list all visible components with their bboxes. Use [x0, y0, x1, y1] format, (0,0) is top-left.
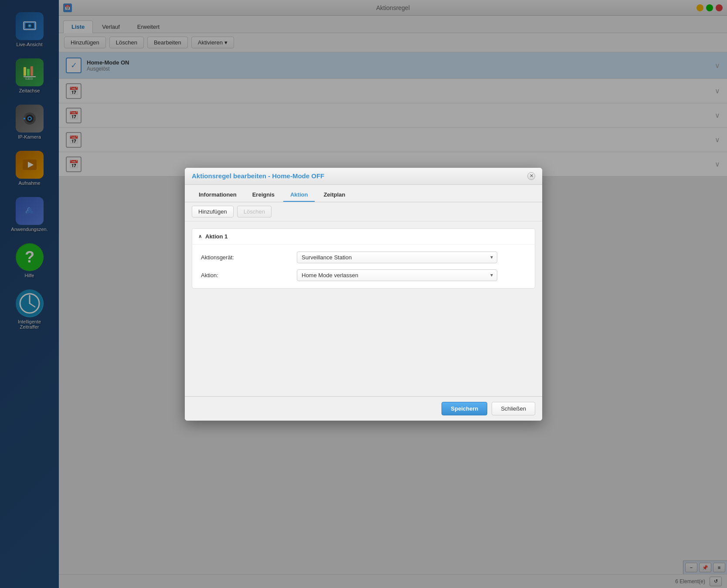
desktop: Live-Ansicht 0203 Zeitachse IP-Kamera Au… [0, 0, 727, 588]
modal-tab-zeitplan[interactable]: Zeitplan [316, 188, 352, 202]
modal-delete-button[interactable]: Löschen [237, 206, 272, 218]
modal-tab-navigation: Informationen Ereignis Aktion Zeitplan [185, 185, 542, 202]
aktionsgeraet-select[interactable]: Surveillance Station [297, 252, 497, 263]
action-section: ∧ Aktion 1 Aktionsgerät: Surveillance St… [192, 228, 535, 289]
modal-content: ∧ Aktion 1 Aktionsgerät: Surveillance St… [185, 221, 542, 396]
form-row-aktion: Aktion: Home Mode verlassen ▾ [201, 269, 526, 281]
save-button[interactable]: Speichern [442, 402, 487, 415]
action-title: Aktion 1 [205, 233, 228, 240]
form-row-aktionsgeraet: Aktionsgerät: Surveillance Station ▾ [201, 252, 526, 263]
modal-close-button[interactable]: ✕ [527, 172, 535, 180]
modal-tab-ereignis[interactable]: Ereignis [245, 188, 282, 202]
modal-tab-aktion[interactable]: Aktion [283, 188, 315, 202]
action-header: ∧ Aktion 1 [192, 229, 535, 245]
collapse-icon: ∧ [198, 234, 202, 239]
aktion-select-wrapper: Home Mode verlassen ▾ [297, 269, 526, 281]
modal-title-bar: Aktionsregel bearbeiten - Home-Mode OFF … [185, 168, 542, 185]
close-button-footer[interactable]: Schließen [492, 402, 535, 415]
modal-overlay: Aktionsregel bearbeiten - Home-Mode OFF … [0, 0, 727, 588]
modal-dialog: Aktionsregel bearbeiten - Home-Mode OFF … [185, 168, 542, 421]
aktionsgeraet-select-wrapper: Surveillance Station ▾ [297, 252, 526, 263]
modal-toolbar: Hinzufügen Löschen [185, 202, 542, 221]
aktionsgeraet-label: Aktionsgerät: [201, 254, 297, 261]
modal-footer: Speichern Schließen [185, 396, 542, 421]
aktion-select[interactable]: Home Mode verlassen [297, 269, 497, 281]
modal-tab-informationen[interactable]: Informationen [192, 188, 244, 202]
modal-title: Aktionsregel bearbeiten - Home-Mode OFF [192, 172, 324, 180]
modal-add-button[interactable]: Hinzufügen [192, 206, 234, 218]
aktion-label: Aktion: [201, 272, 297, 279]
action-body: Aktionsgerät: Surveillance Station ▾ Akt… [192, 245, 535, 288]
